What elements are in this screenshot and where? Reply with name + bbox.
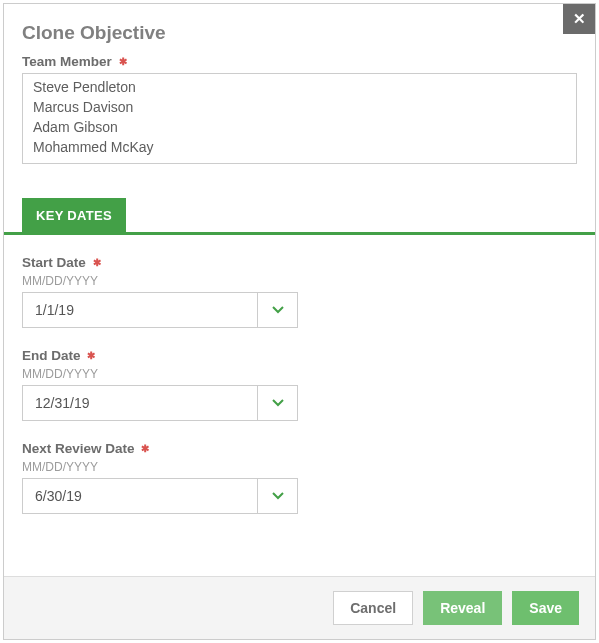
tab-key-dates[interactable]: KEY DATES	[22, 198, 126, 232]
start-date-input-wrap	[22, 292, 298, 328]
team-member-listbox[interactable]: Steve Pendleton Marcus Davison Adam Gibs…	[22, 73, 577, 164]
required-star-icon: ✱	[87, 350, 95, 361]
key-dates-section: Start Date ✱ MM/DD/YYYY End Date ✱ MM/DD…	[4, 235, 595, 544]
start-date-input[interactable]	[23, 293, 257, 327]
close-button[interactable]: ✕	[563, 4, 595, 34]
team-member-label-text: Team Member	[22, 54, 112, 69]
chevron-down-icon	[272, 306, 284, 314]
next-review-date-label-text: Next Review Date	[22, 441, 135, 456]
chevron-down-icon	[272, 492, 284, 500]
modal-header: Clone Objective ✕	[4, 4, 595, 54]
end-date-input-wrap	[22, 385, 298, 421]
required-star-icon: ✱	[93, 257, 101, 268]
next-review-date-hint: MM/DD/YYYY	[22, 460, 577, 474]
end-date-input[interactable]	[23, 386, 257, 420]
next-review-date-input[interactable]	[23, 479, 257, 513]
end-date-group: End Date ✱ MM/DD/YYYY	[22, 348, 577, 421]
next-review-date-label: Next Review Date ✱	[22, 441, 577, 456]
end-date-hint: MM/DD/YYYY	[22, 367, 577, 381]
start-date-label-text: Start Date	[22, 255, 86, 270]
list-item[interactable]: Adam Gibson	[33, 117, 568, 137]
start-date-label: Start Date ✱	[22, 255, 577, 270]
chevron-down-icon	[272, 399, 284, 407]
required-star-icon: ✱	[141, 443, 149, 454]
cancel-button[interactable]: Cancel	[333, 591, 413, 625]
tabs-row: KEY DATES	[4, 198, 595, 235]
start-date-group: Start Date ✱ MM/DD/YYYY	[22, 255, 577, 328]
end-date-label-text: End Date	[22, 348, 81, 363]
next-review-date-input-wrap	[22, 478, 298, 514]
team-member-listbox-inner: Steve Pendleton Marcus Davison Adam Gibs…	[23, 74, 576, 160]
start-date-hint: MM/DD/YYYY	[22, 274, 577, 288]
close-icon: ✕	[573, 10, 586, 28]
modal-clone-objective: Clone Objective ✕ Team Member ✱ Steve Pe…	[3, 3, 596, 640]
reveal-button[interactable]: Reveal	[423, 591, 502, 625]
next-review-date-picker-button[interactable]	[257, 479, 297, 513]
team-member-label: Team Member ✱	[22, 54, 577, 69]
end-date-label: End Date ✱	[22, 348, 577, 363]
team-member-section: Team Member ✱ Steve Pendleton Marcus Dav…	[4, 54, 595, 198]
required-star-icon: ✱	[119, 56, 127, 67]
list-item[interactable]: Mohammed McKay	[33, 137, 568, 157]
end-date-picker-button[interactable]	[257, 386, 297, 420]
list-item[interactable]: Steve Pendleton	[33, 77, 568, 97]
list-item[interactable]: Marcus Davison	[33, 97, 568, 117]
save-button[interactable]: Save	[512, 591, 579, 625]
modal-title: Clone Objective	[22, 22, 577, 44]
next-review-date-group: Next Review Date ✱ MM/DD/YYYY	[22, 441, 577, 514]
modal-footer: Cancel Reveal Save	[4, 576, 595, 639]
start-date-picker-button[interactable]	[257, 293, 297, 327]
